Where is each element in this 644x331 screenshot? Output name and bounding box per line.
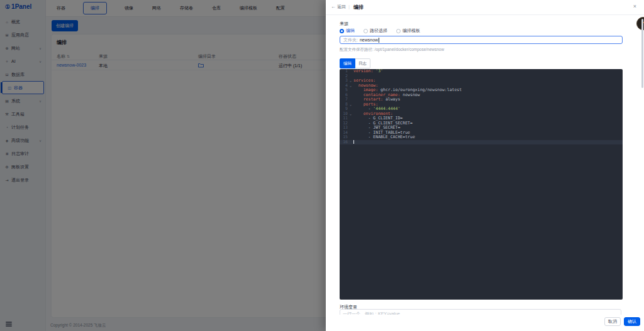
- code-line-15: 15 - ENABLE_CACHE=true: [340, 135, 623, 140]
- folder-input-value: newsnow: [360, 38, 378, 42]
- code-text: [353, 140, 623, 145]
- path-hint: 配置文件保存路径: /opt/1panel/docker/compose/new…: [340, 47, 444, 53]
- fold-arrow-icon[interactable]: ⌄: [348, 102, 353, 107]
- drawer-title: 编排: [353, 4, 364, 11]
- fold-spacer: [348, 107, 353, 112]
- code-line-16: 16: [340, 140, 623, 145]
- fold-spacer: [348, 135, 353, 140]
- radio-label: 路径选择: [370, 28, 387, 34]
- close-icon[interactable]: ×: [633, 3, 636, 9]
- code-text: [353, 74, 623, 79]
- source-radio-group: 编辑路径选择编排模板: [340, 28, 420, 34]
- fold-spacer: [348, 88, 353, 93]
- fold-spacer: [348, 131, 353, 136]
- code-line-2: 2: [340, 74, 623, 79]
- code-text: - ENABLE_CACHE=true: [353, 135, 623, 140]
- fold-arrow-icon[interactable]: ⌄: [348, 112, 353, 117]
- source-label: 来源: [340, 21, 348, 27]
- source-radio-1[interactable]: 路径选择: [364, 28, 387, 34]
- code-text: restart: always: [353, 97, 623, 102]
- code-text: version: '3': [353, 69, 623, 74]
- folder-input[interactable]: 文件夹: newsnow: [340, 36, 623, 44]
- yaml-editor[interactable]: 1version: '3'23⌄services:4⌄ newsnow:5 im…: [340, 69, 623, 300]
- radio-label: 编辑: [346, 28, 355, 34]
- text-cursor: [379, 38, 379, 43]
- line-number: 16: [340, 140, 348, 145]
- editor-tab-1[interactable]: 日志: [355, 58, 370, 68]
- code-line-1: 1version: '3': [340, 69, 623, 74]
- fold-spacer: [348, 121, 353, 126]
- fold-spacer: [348, 140, 353, 145]
- editor-tab-group: 编辑日志: [340, 58, 370, 68]
- cancel-button[interactable]: 取消: [604, 317, 621, 326]
- confirm-button[interactable]: 确认: [624, 317, 640, 326]
- drawer-header: ←返回 | 编排 ×: [326, 0, 644, 15]
- compose-drawer: ←返回 | 编排 × 来源 编辑路径选择编排模板 文件夹: newsnow 配置…: [326, 0, 644, 331]
- fold-spacer: [348, 93, 353, 98]
- source-radio-2[interactable]: 编排模板: [396, 28, 420, 34]
- radio-checked-icon: [340, 29, 344, 33]
- folder-input-prefix: 文件夹:: [343, 37, 358, 43]
- radio-label: 编排模板: [402, 28, 420, 34]
- editor-cursor: [353, 140, 354, 144]
- drawer-scrollbar[interactable]: [641, 19, 643, 88]
- fold-spacer: [348, 126, 353, 131]
- drawer-footer: 取消 确认: [326, 315, 644, 331]
- code-line-3: 3⌄services:: [340, 79, 623, 84]
- header-divider: |: [348, 4, 350, 9]
- editor-tab-0[interactable]: 编辑: [340, 58, 355, 68]
- code-text: - '4444:4444': [353, 107, 623, 112]
- fold-spacer: [348, 116, 353, 121]
- source-radio-0[interactable]: 编辑: [340, 28, 355, 34]
- code-text: services:: [353, 79, 623, 84]
- radio-icon: [364, 29, 368, 33]
- back-button[interactable]: ←返回: [331, 4, 346, 10]
- fold-arrow-icon[interactable]: ⌄: [348, 79, 353, 84]
- fold-spacer: [348, 69, 353, 74]
- fold-spacer: [348, 97, 353, 102]
- fold-spacer: [348, 74, 353, 79]
- code-line-7: 7 restart: always: [340, 97, 623, 102]
- radio-icon: [396, 29, 401, 33]
- fold-arrow-icon[interactable]: ⌄: [348, 84, 353, 89]
- back-arrow-icon: ←: [331, 4, 336, 9]
